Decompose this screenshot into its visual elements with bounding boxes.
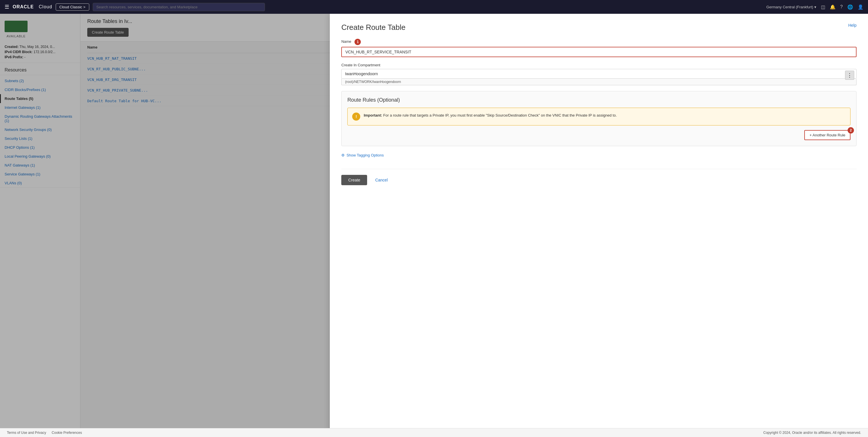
page-footer: Terms of Use and Privacy Cookie Preferen… [0,428,868,437]
modal-footer: Create Cancel [341,169,857,185]
show-tagging-link[interactable]: ⚙ Show Tagging Options [341,153,857,157]
help-link[interactable]: Help [848,23,857,28]
region-chevron-icon: ▾ [814,5,816,9]
important-label: Important: [364,113,382,118]
route-rules-title: Route Rules (Optional) [347,97,850,103]
route-rules-box: Route Rules (Optional) ! Important: For … [341,91,857,146]
compartment-select-wrapper: IwanHoogendoorn ⋮ [341,69,857,79]
another-route-rule-button[interactable]: + Another Route Rule [804,130,850,140]
cancel-button[interactable]: Cancel [371,175,392,185]
step-1-badge: 1 [354,39,361,45]
console-icon[interactable]: ◫ [821,4,825,10]
region-selector[interactable]: Germany Central (Frankfurt) ▾ [766,5,816,9]
footer-left: Terms of Use and Privacy Cookie Preferen… [7,431,82,435]
compartment-path: (root)/NETWORK/IwanHoogendoorn [341,79,857,85]
topnav-icons: ◫ 🔔 ? 🌐 👤 [821,4,863,10]
create-button[interactable]: Create [341,175,367,185]
globe-icon[interactable]: 🌐 [847,4,853,10]
cloud-classic-button[interactable]: Cloud Classic > [56,3,89,11]
cloud-logo-text: Cloud [39,4,52,9]
compartment-picker-button[interactable]: ⋮ [845,71,854,80]
name-field-group: Name 1 [341,39,857,57]
cookie-link[interactable]: Cookie Preferences [52,431,82,435]
important-body-text: For a route rule that targets a Private … [383,113,617,118]
compartment-field-group: Create In Compartment IwanHoogendoorn ⋮ … [341,63,857,85]
user-avatar-icon[interactable]: 👤 [858,4,863,10]
top-navigation: ☰ ORACLE Cloud Cloud Classic > Germany C… [0,0,868,14]
terms-link[interactable]: Terms of Use and Privacy [7,431,46,435]
name-field-label: Name 1 [341,39,857,45]
step-2-badge: 2 [848,127,854,133]
compartment-select[interactable]: IwanHoogendoorn [341,69,857,79]
topnav-right: Germany Central (Frankfurt) ▾ ◫ 🔔 ? 🌐 👤 [766,4,863,10]
important-icon: ! [352,113,360,121]
notification-icon[interactable]: 🔔 [830,4,836,10]
create-route-table-panel: Create Route Table Help Name 1 Create In… [330,14,868,437]
name-input[interactable] [341,47,857,57]
help-icon[interactable]: ? [840,4,843,9]
compartment-label: Create In Compartment [341,63,857,67]
search-input[interactable] [93,3,265,11]
region-label: Germany Central (Frankfurt) [766,5,813,9]
oracle-logo: ORACLE Cloud [12,4,52,9]
modal-overlay: Create Route Table Help Name 1 Create In… [0,14,868,437]
footer-right: Copyright © 2024, Oracle and/or its affi… [763,431,861,435]
show-tagging-label: Show Tagging Options [346,153,384,157]
modal-title: Create Route Table [341,23,857,32]
tagging-icon: ⚙ [341,153,345,157]
important-text: Important: For a route rule that targets… [364,113,617,121]
hamburger-menu-icon[interactable]: ☰ [5,4,9,10]
important-notice: ! Important: For a route rule that targe… [347,108,850,125]
oracle-logo-text: ORACLE [12,4,34,9]
